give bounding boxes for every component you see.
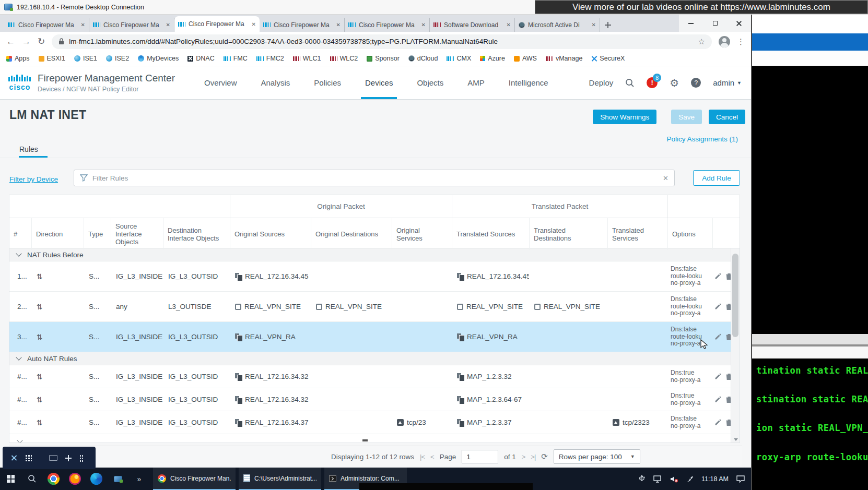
tab-rules[interactable]: Rules (19, 145, 38, 153)
bookmark-aws[interactable]: AWS (514, 55, 537, 62)
nat-rule-row[interactable]: #...⇅S...IG_L3_INSIDEIG_L3_OUTSIDREAL_17… (9, 388, 740, 411)
browser-tab[interactable]: Software Download✕ (430, 18, 515, 32)
user-menu[interactable]: admin▼ (713, 78, 742, 87)
first-page-icon[interactable]: |< (420, 453, 425, 461)
close-icon[interactable] (10, 455, 17, 461)
nav-intelligence[interactable]: Intelligence (509, 66, 548, 99)
minimize-button[interactable] (679, 15, 703, 32)
nav-objects[interactable]: Objects (417, 66, 443, 99)
nat-rule-row[interactable]: 3...⇅S...IG_L3_INSIDEIG_L3_OUTSIDREAL_VP… (9, 322, 740, 352)
deploy-button[interactable]: Deploy (589, 78, 614, 87)
back-button[interactable]: ← (6, 37, 15, 47)
last-page-icon[interactable]: >| (531, 453, 535, 461)
bookmark-esxi1[interactable]: ESXI1 (39, 55, 65, 62)
nav-analysis[interactable]: Analysis (261, 66, 290, 99)
taskbar-overflow-chevron[interactable]: » (128, 468, 150, 490)
filter-by-device-link[interactable]: Filter by Device (9, 175, 58, 183)
chrome-taskbar-icon[interactable] (43, 468, 64, 490)
taskbar-app-button[interactable]: Cisco Firepower Man... (153, 468, 236, 490)
page-number-input[interactable] (462, 450, 498, 463)
url-input[interactable]: lm-fmc1.labminutes.com/ddd/#NatPolicyRul… (52, 34, 712, 49)
rows-per-page-select[interactable]: Rows per page: 100 ▼ (554, 449, 640, 464)
browser-tab[interactable]: Cisco Firepower Ma✕ (260, 18, 345, 32)
tab-close-icon[interactable]: ✕ (336, 22, 341, 28)
browser-tab[interactable]: Cisco Firepower Ma✕ (89, 18, 174, 32)
bookmark-fmc[interactable]: FMC (224, 55, 248, 62)
usb-icon[interactable] (638, 475, 646, 483)
show-warnings-button[interactable]: Show Warnings (593, 110, 656, 124)
alerts-icon[interactable]: !8 (647, 77, 658, 88)
bookmark-star-icon[interactable]: ☆ (698, 37, 705, 46)
bookmark-securex[interactable]: SecureX (591, 55, 625, 62)
edit-pencil-icon[interactable] (714, 396, 721, 403)
browser-menu-icon[interactable]: ⋮ (737, 37, 745, 46)
gear-icon[interactable]: ⚙ (670, 77, 679, 89)
bookmark-ise2[interactable]: ISE2 (106, 55, 129, 62)
nat-rule-row[interactable]: 1...⇅S...IG_L3_INSIDEIG_L3_OUTSIDREAL_17… (9, 261, 740, 292)
edit-pencil-icon[interactable] (714, 419, 721, 426)
firefox-taskbar-icon[interactable] (64, 468, 86, 490)
bookmark-sponsor[interactable]: Sponsor (367, 55, 400, 62)
add-rule-button[interactable]: Add Rule (693, 170, 740, 186)
bookmark-ise1[interactable]: ISE1 (74, 55, 97, 62)
section-row[interactable]: Auto NAT Rules (9, 352, 740, 365)
taskbar-app-button[interactable]: C:\Users\Administrat... (239, 468, 321, 490)
nav-amp[interactable]: AMP (467, 66, 485, 99)
policy-assignments-link[interactable]: Policy Assignments (1) (666, 135, 738, 143)
tab-close-icon[interactable]: ✕ (81, 22, 85, 28)
prev-page-icon[interactable]: < (430, 453, 434, 461)
add-icon[interactable] (65, 455, 72, 461)
browser-tab[interactable]: Microsoft Active Di✕ (515, 18, 600, 32)
rdp-taskbar-icon[interactable] (107, 468, 128, 490)
bookmark-azure[interactable]: Azure (480, 55, 505, 62)
save-button[interactable]: Save (671, 110, 702, 124)
pen-icon[interactable] (686, 475, 694, 483)
tab-close-icon[interactable]: ✕ (507, 22, 511, 28)
restore-button[interactable] (703, 15, 727, 32)
search-icon[interactable] (625, 78, 635, 88)
bookmark-vmanage[interactable]: vManage (546, 55, 582, 62)
nav-policies[interactable]: Policies (314, 66, 341, 99)
reload-button[interactable]: ↻ (38, 36, 45, 47)
profile-avatar[interactable] (719, 36, 730, 47)
browser-tab[interactable]: Cisco Firepower Ma✕ (4, 18, 89, 32)
chevron-down-icon[interactable] (16, 250, 21, 256)
muted-speaker-icon[interactable] (670, 475, 678, 483)
bookmark-cmx[interactable]: CMX (447, 55, 471, 62)
edit-pencil-icon[interactable] (714, 373, 721, 380)
edit-pencil-icon[interactable] (714, 273, 721, 280)
browser-tab[interactable]: Cisco Firepower Ma✕ (174, 16, 260, 32)
bookmark-wlc2[interactable]: WLC2 (330, 55, 358, 62)
tab-close-icon[interactable]: ✕ (592, 22, 596, 28)
nat-rule-row[interactable]: #...⇅S...IG_L3_INSIDEIG_L3_OUTSIDREAL_17… (9, 411, 740, 434)
forward-button[interactable]: → (22, 37, 31, 47)
bookmark-dnac[interactable]: DNAC (187, 55, 214, 62)
nat-rule-row[interactable]: #...⇅S...IG_L3_INSIDEIG_L3_OUTSIDREAL_17… (9, 365, 740, 388)
edge-taskbar-icon[interactable] (86, 468, 107, 490)
drag-handle-icon[interactable] (79, 455, 83, 462)
help-icon[interactable]: ? (691, 78, 701, 88)
taskbar-clock[interactable]: 11:18 AM (701, 475, 729, 483)
bookmark-apps[interactable]: Apps (6, 55, 30, 62)
apps-grid-icon[interactable] (25, 455, 32, 461)
start-button[interactable] (0, 468, 21, 490)
close-button[interactable] (727, 15, 751, 32)
scrollbar-thumb[interactable] (732, 254, 738, 337)
filter-rules-input[interactable]: Filter Rules ✕ (74, 170, 675, 186)
cancel-button[interactable]: Cancel (709, 110, 745, 124)
bookmark-mydevices[interactable]: MyDevices (138, 55, 179, 62)
new-tab-button[interactable] (600, 18, 616, 32)
scrollbar-down-arrow[interactable] (734, 438, 738, 441)
bookmark-fmc2[interactable]: FMC2 (256, 55, 284, 62)
chevron-down-icon[interactable] (16, 354, 21, 360)
action-center-icon[interactable] (736, 475, 745, 483)
refresh-icon[interactable]: ⟳ (541, 452, 548, 461)
clear-filter-icon[interactable]: ✕ (663, 174, 668, 182)
table-scrollbar[interactable] (731, 248, 740, 443)
nat-rule-row[interactable]: 2...⇅S...anyL3_OUTISDEREAL_VPN_SITEREAL_… (9, 292, 740, 322)
section-row[interactable]: NAT Rules Before (9, 248, 740, 261)
nav-devices[interactable]: Devices (365, 66, 393, 99)
taskbar-search-button[interactable] (21, 468, 43, 490)
bookmark-wlc1[interactable]: WLC1 (293, 55, 321, 62)
next-page-icon[interactable]: > (522, 453, 525, 461)
